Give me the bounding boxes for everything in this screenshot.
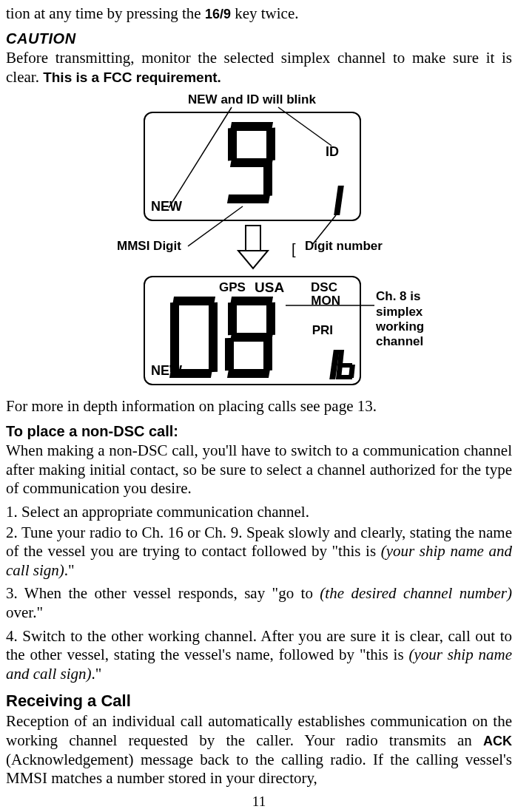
nondsc-intro: When making a non-DSC call, you'll have … <box>6 441 512 498</box>
fragment-top: tion at any time by pressing the 16/9 ke… <box>6 4 512 24</box>
text: key twice. <box>231 4 299 22</box>
text: over." <box>6 603 43 621</box>
ack-label: ACK <box>483 734 512 748</box>
placeholder-channel-number: (the desired channel number) <box>320 584 512 602</box>
receiving-call-body: Reception of an individual call automati… <box>6 712 512 788</box>
svg-line-2 <box>169 107 232 208</box>
svg-line-3 <box>278 107 331 146</box>
text: (Acknowledgement) message back to the ca… <box>6 751 512 788</box>
step-2: 2. Tune your radio to Ch. 16 or Ch. 9. S… <box>6 524 512 581</box>
svg-line-5 <box>312 215 336 245</box>
text: 3. When the other vessel responds, say "… <box>6 584 320 602</box>
text: Reception of an individual call automati… <box>6 712 512 749</box>
figure-lcd-diagram: NEW and ID will blink NEW ID MMSI Digit … <box>6 91 512 397</box>
step-1: 1. Select an appropriate communication c… <box>6 503 512 522</box>
text: ." <box>92 665 102 683</box>
text: ." <box>64 561 75 579</box>
nondsc-heading: To place a non-DSC call: <box>6 422 512 440</box>
page-number: 11 <box>6 793 512 810</box>
more-info-text: For more in depth information on placing… <box>6 397 512 416</box>
step-3: 3. When the other vessel responds, say "… <box>6 584 512 622</box>
figure-connector-lines <box>6 91 512 397</box>
text: tion at any time by pressing the <box>6 4 205 22</box>
fcc-requirement: This is a FCC requirement. <box>43 70 221 85</box>
svg-line-4 <box>188 206 243 246</box>
receiving-call-heading: Receiving a Call <box>6 691 512 711</box>
step-4: 4. Switch to the other working channel. … <box>6 627 512 684</box>
caution-body: Before transmitting, monitor the selecte… <box>6 49 512 87</box>
key-16-9: 16/9 <box>205 7 231 21</box>
caution-heading: CAUTION <box>6 30 512 47</box>
